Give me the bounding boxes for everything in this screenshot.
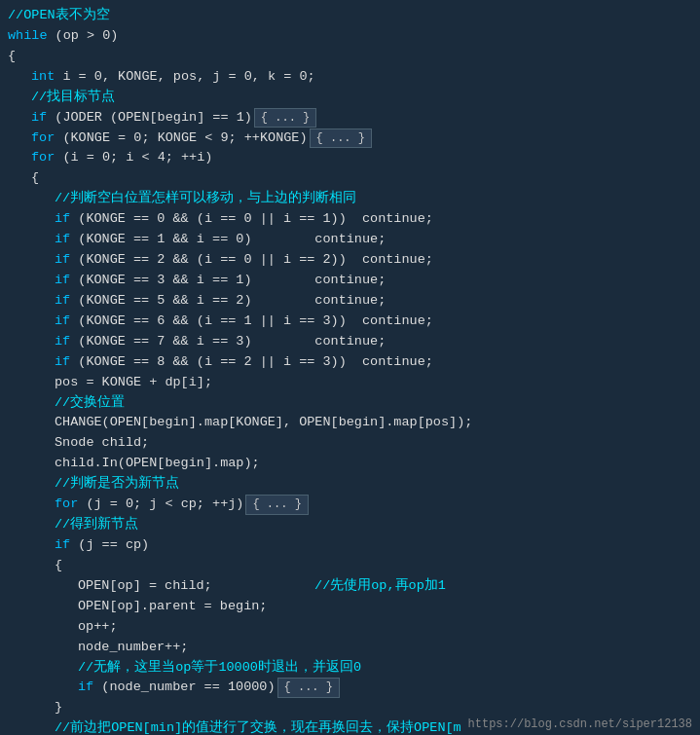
code-collapsed-block: { ... }: [310, 129, 372, 149]
code-editor: //OPEN表不为空while (op > 0){int i = 0, KONG…: [0, 0, 700, 735]
code-line: if (JODER (OPEN[begin] == 1){ ... }: [0, 108, 700, 129]
code-line: node_number++;: [0, 638, 700, 658]
code-line: //找目标节点: [0, 88, 700, 108]
code-line: int i = 0, KONGE, pos, j = 0, k = 0;: [0, 67, 700, 88]
code-brace: {: [8, 47, 16, 67]
code-token: if: [55, 271, 70, 291]
code-collapsed-block: { ... }: [245, 495, 308, 515]
code-collapsed-block: { ... }: [254, 108, 316, 129]
code-token: node_number++;: [78, 638, 188, 658]
code-collapsed-block: { ... }: [277, 678, 340, 698]
code-token: (KONGE == 1 && i == 0) continue;: [70, 230, 386, 250]
code-token: (KONGE = 0; KONGE < 9; ++KONGE): [55, 129, 307, 149]
code-line: //交换位置: [0, 393, 700, 414]
code-brace: }: [55, 698, 62, 718]
code-comment: //OPEN表不为空: [8, 6, 110, 26]
code-line: child.In(OPEN[begin].map);: [0, 454, 700, 474]
code-line: if (KONGE == 7 && i == 3) continue;: [0, 332, 700, 352]
code-line: {: [0, 556, 700, 576]
code-token: for: [31, 148, 55, 168]
code-token: if: [31, 108, 47, 129]
code-token: (JODER (OPEN[begin] == 1): [47, 108, 252, 129]
code-token: if: [55, 250, 70, 271]
code-token: (KONGE == 7 && i == 3) continue;: [70, 332, 386, 352]
code-line: Snode child;: [0, 433, 700, 454]
code-token: if: [55, 312, 70, 332]
code-line: if (node_number == 10000){ ... }: [0, 678, 700, 698]
code-token: CHANGE(OPEN[begin].map[KONGE], OPEN[begi…: [55, 413, 472, 433]
code-line: OPEN[op] = child; //先使用op,再op加1: [0, 576, 700, 597]
code-token: (op > 0): [48, 26, 119, 47]
code-line: if (KONGE == 3 && i == 1) continue;: [0, 271, 700, 291]
code-comment: //得到新节点: [55, 515, 138, 535]
code-token: i = 0, KONGE, pos, j = 0, k = 0;: [55, 67, 314, 88]
code-line: if (KONGE == 5 && i == 2) continue;: [0, 291, 700, 312]
code-token: (KONGE == 2 && (i == 0 || i == 2)) conti…: [70, 250, 433, 271]
code-token: if: [78, 678, 93, 698]
code-brace: {: [31, 168, 39, 189]
code-line: //OPEN表不为空: [0, 6, 700, 26]
code-line: op++;: [0, 617, 700, 638]
code-token: child.In(OPEN[begin].map);: [55, 454, 260, 474]
code-token: (KONGE == 3 && i == 1) continue;: [70, 271, 386, 291]
code-token: (i = 0; i < 4; ++i): [55, 148, 212, 168]
code-token: pos = KONGE + dp[i];: [55, 373, 212, 393]
code-line: CHANGE(OPEN[begin].map[KONGE], OPEN[begi…: [0, 413, 700, 433]
code-token: (KONGE == 6 && (i == 1 || i == 3)) conti…: [70, 312, 433, 332]
code-token: if: [55, 332, 70, 352]
code-line: //判断是否为新节点: [0, 474, 700, 495]
code-line: //判断空白位置怎样可以移动，与上边的判断相同: [0, 189, 700, 209]
code-line: OPEN[op].parent = begin;: [0, 597, 700, 617]
code-line: if (KONGE == 8 && (i == 2 || i == 3)) co…: [0, 352, 700, 373]
code-line: if (KONGE == 6 && (i == 1 || i == 3)) co…: [0, 312, 700, 332]
code-token: for: [55, 495, 78, 515]
code-token: if: [55, 209, 70, 230]
code-comment: //无解，这里当op等于10000时退出，并返回0: [78, 658, 361, 679]
code-token: (j == cp): [70, 535, 149, 556]
code-comment: //判断空白位置怎样可以移动，与上边的判断相同: [55, 189, 356, 209]
code-line: //无解，这里当op等于10000时退出，并返回0: [0, 658, 700, 679]
code-comment: //交换位置: [55, 393, 125, 414]
code-line: for (i = 0; i < 4; ++i): [0, 148, 700, 168]
code-line: while (op > 0): [0, 26, 700, 47]
code-token: (KONGE == 0 && (i == 0 || i == 1)) conti…: [70, 209, 433, 230]
code-comment: //判断是否为新节点: [55, 474, 179, 495]
code-token: if: [55, 535, 70, 556]
code-token: if: [55, 352, 70, 373]
code-token: int: [31, 67, 55, 88]
code-token: Snode child;: [55, 433, 149, 454]
code-token: if: [55, 230, 70, 250]
code-line: if (KONGE == 2 && (i == 0 || i == 2)) co…: [0, 250, 700, 271]
code-comment: //找目标节点: [31, 88, 115, 108]
code-line: for (j = 0; j < cp; ++j){ ... }: [0, 495, 700, 515]
code-line: {: [0, 47, 700, 67]
code-brace: {: [55, 556, 62, 576]
code-line: if (j == cp): [0, 535, 700, 556]
code-token: while: [8, 26, 48, 47]
code-token: for: [31, 129, 55, 149]
code-token: (node_number == 10000): [93, 678, 275, 698]
code-line: pos = KONGE + dp[i];: [0, 373, 700, 393]
code-token: (KONGE == 8 && (i == 2 || i == 3)) conti…: [70, 352, 433, 373]
code-line: {: [0, 168, 700, 189]
code-line: for (KONGE = 0; KONGE < 9; ++KONGE){ ...…: [0, 129, 700, 149]
code-token: op++;: [78, 617, 118, 638]
code-line: //得到新节点: [0, 515, 700, 535]
code-token: OPEN[op].parent = begin;: [78, 597, 267, 617]
code-token: (j = 0; j < cp; ++j): [78, 495, 243, 515]
code-token: OPEN[op] = child;: [78, 576, 212, 597]
code-line: if (KONGE == 1 && i == 0) continue;: [0, 230, 700, 250]
code-token: (KONGE == 5 && i == 2) continue;: [70, 291, 386, 312]
code-token: //先使用op,再op加1: [212, 576, 446, 597]
code-line: if (KONGE == 0 && (i == 0 || i == 1)) co…: [0, 209, 700, 230]
footer-url: https://blog.csdn.net/siper12138: [461, 714, 700, 735]
code-token: if: [55, 291, 70, 312]
